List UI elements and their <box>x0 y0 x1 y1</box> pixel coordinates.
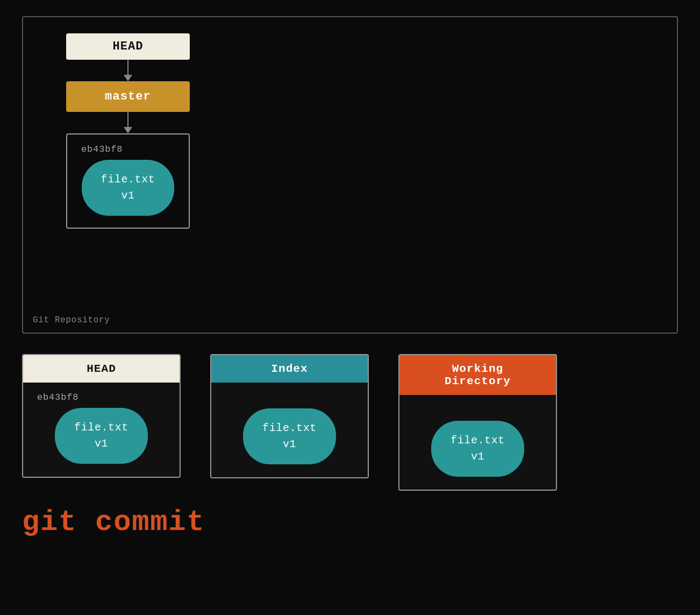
head-panel-header: HEAD <box>23 355 180 383</box>
commit-hash-top: eb43bf8 <box>78 144 123 154</box>
index-file-blob: file.txt v1 <box>243 408 336 464</box>
arrow-master-to-commit <box>66 112 190 133</box>
head-box-top: HEAD <box>66 33 190 60</box>
index-panel-header: Index <box>211 355 368 383</box>
git-repository-container: HEAD master eb43bf8 file.txt v1 Git Repo… <box>22 16 678 334</box>
arrow-head-to-master <box>66 60 190 81</box>
file-blob-top: file.txt v1 <box>82 160 175 216</box>
commit-box-top: eb43bf8 file.txt v1 <box>66 133 190 229</box>
head-file-blob: file.txt v1 <box>55 408 148 464</box>
head-panel-body: eb43bf8 file.txt v1 <box>23 383 180 477</box>
git-repo-label: Git Repository <box>33 315 110 325</box>
git-commit-label: git commit <box>22 506 205 539</box>
arrow-line-1 <box>127 60 128 75</box>
index-panel: Index file.txt v1 <box>210 354 369 478</box>
master-box: master <box>66 81 190 112</box>
head-panel: HEAD eb43bf8 file.txt v1 <box>22 354 181 478</box>
working-directory-panel: Working Directory file.txt v1 <box>398 354 557 491</box>
arrow-tip-1 <box>124 75 132 81</box>
index-panel-body: file.txt v1 <box>211 383 368 477</box>
wd-panel-body: file.txt v1 <box>399 395 556 490</box>
arrow-tip-2 <box>124 127 132 133</box>
wd-panel-header: Working Directory <box>399 355 556 395</box>
head-commit-hash: eb43bf8 <box>34 392 78 402</box>
arrow-line-2 <box>127 112 128 127</box>
wd-file-blob: file.txt v1 <box>431 421 524 477</box>
bottom-section: HEAD eb43bf8 file.txt v1 Index file.txt … <box>22 354 678 491</box>
